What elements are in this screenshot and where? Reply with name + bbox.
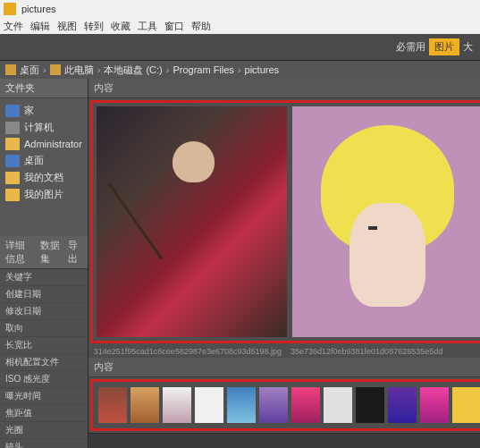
statusbar <box>88 433 480 448</box>
thumbnail-strip <box>90 379 480 431</box>
desktop-icon <box>5 155 20 167</box>
menu-help[interactable]: 帮助 <box>191 20 211 33</box>
preview-image-1[interactable] <box>97 106 287 337</box>
main: 文件夹 家 计算机 Administrator 桌面 我的文档 我的图片 详细信… <box>0 79 480 448</box>
content-area: 内容 314e251f95cad1c8cee582987e3e6708c93d5… <box>88 79 480 448</box>
menu-edit[interactable]: 编辑 <box>30 20 50 33</box>
chevron-right-icon: › <box>43 64 46 75</box>
thumbnail[interactable] <box>195 387 223 423</box>
filename-bar: 314e251f95cad1c8cee582987e3e6708c93d5198… <box>88 345 480 358</box>
meta-tab-export[interactable]: 导出 <box>68 239 82 266</box>
tree-item[interactable]: 我的文档 <box>0 169 88 186</box>
thumbnail[interactable] <box>324 387 352 423</box>
meta-row[interactable]: 长宽比 <box>0 337 88 354</box>
toolbar: 必需用 图片 大 <box>0 34 480 61</box>
metadata-list: 关键字 创建日期 修改日期 取向 长宽比 相机配置文件 ISO 感光度 曝光时间… <box>0 269 88 448</box>
folder-icon <box>5 189 20 201</box>
meta-row[interactable]: 曝光时间 <box>0 388 88 405</box>
toolbar-label2: 大 <box>463 40 473 54</box>
metadata-panel: 详细信息 数据集 导出 关键字 创建日期 修改日期 取向 长宽比 相机配置文件 … <box>0 236 88 448</box>
meta-row[interactable]: 焦距值 <box>0 405 88 422</box>
toolbar-pictures-button[interactable]: 图片 <box>429 38 459 55</box>
menu-file[interactable]: 文件 <box>4 20 23 33</box>
filename-2: 35e736d12f0eb9381fe01d087628535e5dd <box>291 347 442 356</box>
tree-item[interactable]: Administrator <box>0 136 88 152</box>
thumbnail[interactable] <box>420 387 449 423</box>
thumbnail[interactable] <box>452 387 480 423</box>
app-icon <box>4 3 16 15</box>
meta-row[interactable]: 相机配置文件 <box>0 354 88 371</box>
computer-icon <box>5 122 20 134</box>
filename-1: 314e251f95cad1c8cee582987e3e6708c93d5198… <box>94 347 282 356</box>
meta-row[interactable]: 光圈 <box>0 422 88 439</box>
menubar: 文件 编辑 视图 转到 收藏 工具 窗口 帮助 <box>0 18 480 34</box>
crumb-pictures[interactable]: pictures <box>245 64 280 75</box>
desktop-icon <box>5 64 16 75</box>
tree-item[interactable]: 家 <box>0 102 88 119</box>
crumb-disk[interactable]: 本地磁盘 (C:) <box>104 63 162 77</box>
crumb-desktop[interactable]: 桌面 <box>5 63 39 77</box>
pc-icon <box>50 64 61 75</box>
meta-row[interactable]: 镜头 <box>0 439 88 448</box>
chevron-right-icon: › <box>238 64 241 75</box>
chevron-right-icon: › <box>97 64 101 75</box>
menu-window[interactable]: 窗口 <box>164 20 184 33</box>
thumbnail[interactable] <box>227 387 256 423</box>
preview-image-2[interactable] <box>292 106 480 337</box>
meta-tab-details[interactable]: 详细信息 <box>5 239 33 266</box>
window-title: pictures <box>21 4 56 14</box>
thumbnail[interactable] <box>163 387 191 423</box>
sidebar-header: 文件夹 <box>0 79 88 98</box>
meta-tab-dataset[interactable]: 数据集 <box>40 239 61 266</box>
thumb-header: 内容 <box>88 358 480 377</box>
meta-row[interactable]: 创建日期 <box>0 286 88 303</box>
titlebar: pictures <box>0 0 480 18</box>
preview-header: 内容 <box>88 79 480 98</box>
thumbnail[interactable] <box>291 387 320 423</box>
folder-icon <box>5 138 20 150</box>
meta-row[interactable]: 关键字 <box>0 269 88 286</box>
breadcrumb: 桌面 › 此电脑 › 本地磁盘 (C:) › Program Files › p… <box>0 61 480 79</box>
tree-item[interactable]: 桌面 <box>0 152 88 169</box>
tree-item[interactable]: 计算机 <box>0 119 88 136</box>
meta-row[interactable]: ISO 感光度 <box>0 371 88 388</box>
meta-row[interactable]: 取向 <box>0 320 88 337</box>
crumb-progfiles[interactable]: Program Files <box>173 64 233 75</box>
toolbar-label: 必需用 <box>396 40 425 54</box>
menu-goto[interactable]: 转到 <box>84 20 104 33</box>
sidebar-tab-folders[interactable]: 文件夹 <box>5 81 35 95</box>
menu-tools[interactable]: 工具 <box>138 20 157 33</box>
meta-row[interactable]: 修改日期 <box>0 303 88 320</box>
tree-item[interactable]: 我的图片 <box>0 186 88 203</box>
sidebar: 文件夹 家 计算机 Administrator 桌面 我的文档 我的图片 详细信… <box>0 79 88 448</box>
folder-tree: 家 计算机 Administrator 桌面 我的文档 我的图片 <box>0 98 88 207</box>
crumb-pc[interactable]: 此电脑 <box>50 63 94 77</box>
preview-area <box>90 100 480 343</box>
folder-icon <box>5 172 20 184</box>
thumbnail[interactable] <box>259 387 288 423</box>
metadata-header: 详细信息 数据集 导出 <box>0 236 88 269</box>
thumbnail[interactable] <box>388 387 417 423</box>
thumbnail[interactable] <box>98 387 127 423</box>
home-icon <box>5 105 20 117</box>
chevron-right-icon: › <box>166 64 170 75</box>
menu-fav[interactable]: 收藏 <box>111 20 131 33</box>
thumbnail[interactable] <box>356 387 384 423</box>
thumbnail[interactable] <box>131 387 159 423</box>
menu-view[interactable]: 视图 <box>57 20 77 33</box>
